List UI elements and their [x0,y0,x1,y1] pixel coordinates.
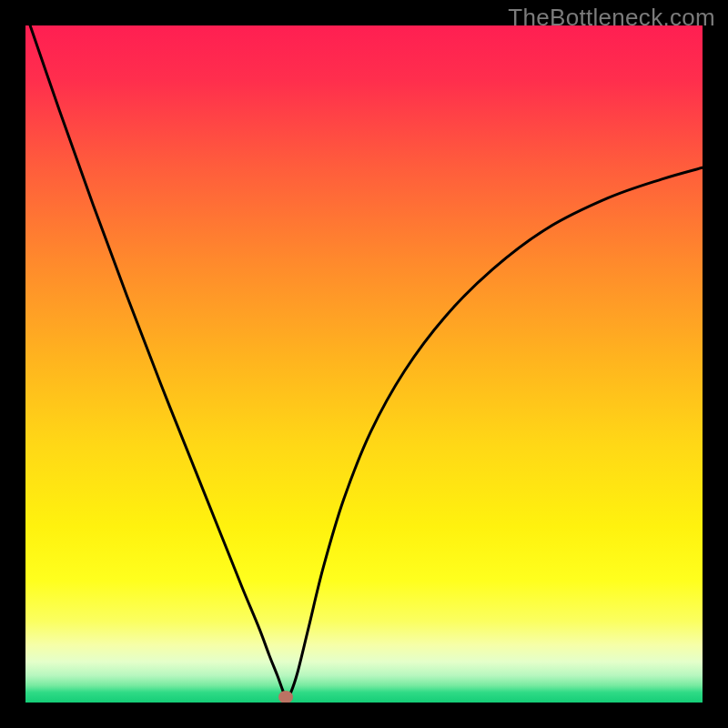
bottleneck-curve [25,25,703,699]
watermark-text: TheBottleneck.com [508,4,715,32]
plot-area [25,25,703,703]
curve-layer [25,25,703,703]
chart-frame: TheBottleneck.com [0,0,728,728]
optimum-marker [278,691,293,703]
